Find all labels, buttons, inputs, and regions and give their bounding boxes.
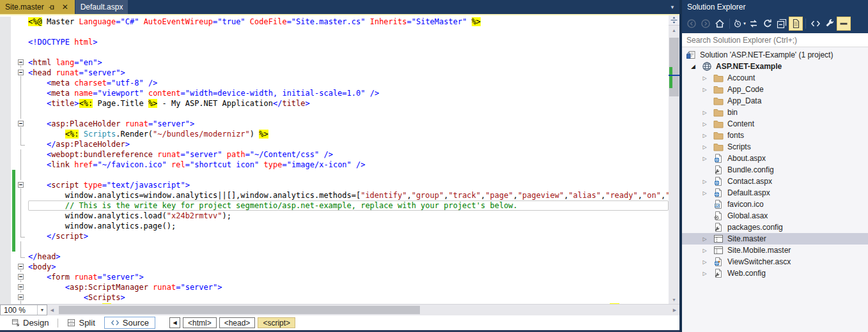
refresh-icon[interactable] bbox=[761, 17, 775, 31]
code-line[interactable]: // This is the write key for project seg… bbox=[0, 200, 669, 211]
breadcrumb-back-icon[interactable]: ◀ bbox=[169, 317, 180, 328]
collapse-icon[interactable]: − bbox=[18, 182, 24, 188]
code-line[interactable]: <title><%: Page.Title %> - My ASP.NET Ap… bbox=[0, 98, 669, 109]
code-line[interactable] bbox=[0, 170, 669, 180]
collapse-icon[interactable]: − bbox=[18, 264, 24, 269]
scrollbar-track[interactable] bbox=[669, 34, 679, 295]
collapse-icon[interactable]: − bbox=[18, 70, 24, 75]
collapse-icon[interactable]: − bbox=[18, 274, 24, 280]
zoom-level-combo[interactable]: 100 % ▼ bbox=[0, 305, 47, 315]
collapse-icon[interactable]: − bbox=[18, 121, 24, 126]
code-line[interactable] bbox=[0, 27, 669, 37]
chevron-down-icon[interactable]: ▼ bbox=[37, 305, 47, 315]
horizontal-scrollbar-thumb[interactable] bbox=[59, 306, 420, 314]
tree-item-solution-asp-net-example-1-project[interactable]: Solution 'ASP.NET-Example' (1 project) bbox=[682, 49, 868, 61]
code-line[interactable]: window.analytics.load("x24b2rmtvv"); bbox=[0, 211, 669, 221]
view-code-icon[interactable] bbox=[809, 17, 823, 31]
code-line[interactable] bbox=[0, 109, 669, 119]
expand-arrow-icon[interactable]: ▷ bbox=[701, 75, 708, 81]
tree-item-favicon-ico[interactable]: favicon.ico bbox=[682, 199, 868, 210]
code-line[interactable]: <meta charset="utf-8" /> bbox=[0, 78, 669, 88]
code-line[interactable]: − <form runat="server"> bbox=[0, 272, 669, 282]
code-line[interactable] bbox=[0, 47, 669, 57]
outlining-margin[interactable]: − bbox=[15, 292, 28, 303]
expand-arrow-icon[interactable]: ▷ bbox=[701, 121, 708, 127]
breadcrumb-item[interactable]: <script> bbox=[258, 317, 295, 328]
collapse-icon[interactable]: − bbox=[18, 284, 24, 290]
outlining-margin[interactable]: − bbox=[15, 68, 28, 78]
expand-arrow-icon[interactable]: ▷ bbox=[701, 190, 708, 196]
expand-arrow-icon[interactable]: ▷ bbox=[701, 133, 708, 139]
tree-item-account[interactable]: ▷Account bbox=[682, 72, 868, 84]
tree-item-bin[interactable]: ▷bin bbox=[682, 107, 868, 118]
split-view-button[interactable]: Split bbox=[62, 317, 100, 328]
tab-default-aspx[interactable]: Default.aspx bbox=[75, 0, 128, 14]
tree-item-about-aspx[interactable]: ▷About.aspx bbox=[682, 153, 868, 164]
expand-arrow-icon[interactable]: ▷ bbox=[701, 156, 708, 162]
expand-arrow-icon[interactable]: ▷ bbox=[701, 259, 708, 265]
tree-item-site-mobile-master[interactable]: ▷Site.Mobile.master bbox=[682, 245, 868, 256]
code-line[interactable]: </head> bbox=[0, 252, 669, 262]
tree-item-fonts[interactable]: ▷fonts bbox=[682, 130, 868, 141]
expand-arrow-icon[interactable]: ▷ bbox=[701, 236, 708, 242]
code-line[interactable]: − <asp:PlaceHolder runat="server"> bbox=[0, 119, 669, 129]
tree-item-viewswitcher-ascx[interactable]: ▷ViewSwitcher.ascx bbox=[682, 256, 868, 268]
collapse-arrow-icon[interactable]: ◢ bbox=[690, 63, 697, 70]
breadcrumb-item[interactable]: <html> bbox=[183, 317, 217, 328]
properties-icon[interactable] bbox=[823, 17, 837, 31]
code-line[interactable]: </script> bbox=[0, 231, 669, 241]
expand-arrow-icon[interactable]: ▷ bbox=[701, 179, 708, 185]
expand-arrow-icon[interactable]: ▷ bbox=[701, 271, 708, 276]
collapse-icon[interactable]: − bbox=[18, 59, 24, 65]
tree-item-contact-aspx[interactable]: ▷Contact.aspx bbox=[682, 176, 868, 187]
expand-arrow-icon[interactable]: ▷ bbox=[701, 144, 708, 150]
outlining-margin[interactable]: − bbox=[15, 180, 28, 190]
tree-item-app-data[interactable]: App_Data bbox=[682, 95, 868, 107]
code-line[interactable]: <webopt:bundlereference runat="server" p… bbox=[0, 149, 669, 160]
design-view-button[interactable]: Design bbox=[6, 317, 54, 328]
scroll-up-arrow[interactable]: ▲ bbox=[669, 26, 679, 34]
collapse-all-icon[interactable] bbox=[775, 17, 789, 31]
close-icon[interactable]: ✕ bbox=[61, 3, 70, 11]
tree-item-default-aspx[interactable]: ▷Default.aspx bbox=[682, 187, 868, 199]
forward-icon[interactable] bbox=[699, 17, 713, 31]
code-line[interactable]: − <script type="text/javascript"> bbox=[0, 180, 669, 190]
tree-item-packages-config[interactable]: packages.config bbox=[682, 222, 868, 233]
code-line[interactable]: − <Scripts> bbox=[0, 292, 669, 303]
preview-selected-items-icon[interactable] bbox=[837, 17, 851, 31]
code-line[interactable]: window.analytics.page(); bbox=[0, 221, 669, 231]
vertical-scrollbar[interactable]: ▲ ▼ bbox=[669, 15, 679, 304]
scroll-left-arrow[interactable]: ◀ bbox=[47, 305, 57, 315]
tree-item-asp-net-example[interactable]: ◢ASP.NET-Example bbox=[682, 61, 868, 72]
code-editor[interactable]: <%@ Master Language="C#" AutoEventWireup… bbox=[0, 15, 669, 304]
code-line[interactable]: −<body> bbox=[0, 262, 669, 272]
code-line[interactable]: <%@ Master Language="C#" AutoEventWireup… bbox=[0, 17, 669, 27]
outlining-margin[interactable]: − bbox=[15, 282, 28, 292]
code-line[interactable]: <%--To learn more about bundling scripts… bbox=[0, 303, 669, 304]
scroll-right-arrow[interactable]: ▶ bbox=[670, 305, 679, 315]
expand-arrow-icon[interactable]: ▷ bbox=[701, 87, 708, 93]
code-line[interactable]: <%: Scripts.Render("~/bundles/modernizr"… bbox=[0, 129, 669, 139]
outlining-margin[interactable]: − bbox=[15, 57, 28, 68]
tree-item-content[interactable]: ▷Content bbox=[682, 118, 868, 130]
expand-arrow-icon[interactable]: ▷ bbox=[701, 110, 708, 116]
tree-item-scripts[interactable]: ▷Scripts bbox=[682, 141, 868, 153]
search-input[interactable] bbox=[682, 33, 868, 47]
tree-item-web-config[interactable]: ▷Web.config bbox=[682, 268, 868, 279]
tree-item-app-code[interactable]: ▷App_Code bbox=[682, 84, 868, 95]
sync-with-active-document-icon[interactable] bbox=[747, 17, 761, 31]
code-line[interactable] bbox=[0, 241, 669, 252]
show-all-files-icon[interactable] bbox=[789, 17, 803, 31]
code-line[interactable]: <link href="~/favicon.ico" rel="shortcut… bbox=[0, 160, 669, 170]
code-line[interactable]: <!DOCTYPE html> bbox=[0, 37, 669, 47]
code-line[interactable]: <meta name="viewport" content="width=dev… bbox=[0, 88, 669, 98]
code-line[interactable]: </asp:PlaceHolder> bbox=[0, 139, 669, 149]
outlining-margin[interactable]: − bbox=[15, 119, 28, 129]
tree-item-site-master[interactable]: ▷Site.master bbox=[682, 233, 868, 245]
horizontal-scrollbar[interactable] bbox=[57, 305, 670, 315]
panel-title[interactable]: Solution Explorer bbox=[682, 0, 868, 14]
outlining-margin[interactable]: − bbox=[15, 272, 28, 282]
tab-list-dropdown-icon[interactable]: ▼ bbox=[665, 0, 679, 14]
pending-changes-filter-icon[interactable]: ▾ bbox=[732, 17, 747, 31]
expand-arrow-icon[interactable]: ▷ bbox=[701, 248, 708, 253]
